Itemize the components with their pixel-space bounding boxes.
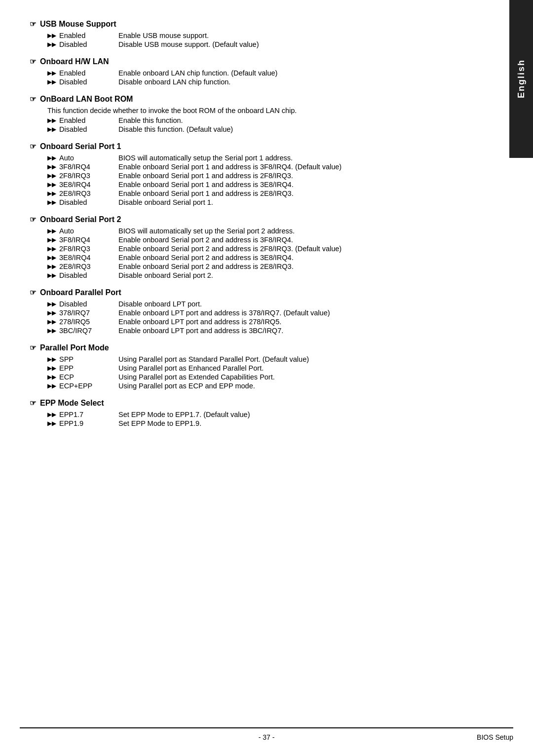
bullet-icon: ▶▶ — [47, 318, 57, 325]
item-value: Enable onboard Serial port 2 and address… — [118, 245, 474, 253]
bullet-icon: ▶▶ — [47, 227, 57, 234]
item-value: Using Parallel port as Enhanced Parallel… — [118, 364, 474, 372]
item-list: ▶▶EnabledEnable onboard LAN chip functio… — [47, 69, 474, 86]
item-key: SPP — [59, 355, 118, 363]
item-key: 378/IRQ7 — [59, 309, 118, 317]
list-item: ▶▶DisabledDisable this function. (Defaul… — [47, 125, 474, 133]
item-value: Enable onboard Serial port 1 and address… — [118, 172, 474, 180]
item-key: Disabled — [59, 78, 118, 86]
side-tab: English — [509, 0, 533, 158]
item-list: ▶▶AutoBIOS will automatically set up the… — [47, 227, 474, 279]
list-item: ▶▶ECP+EPPUsing Parallel port as ECP and … — [47, 382, 474, 390]
item-value: Enable onboard LPT port and address is 2… — [118, 318, 474, 326]
item-list: ▶▶DisabledDisable onboard LPT port.▶▶378… — [47, 300, 474, 335]
item-key: 2F8/IRQ3 — [59, 172, 118, 180]
list-item: ▶▶3BC/IRQ7Enable onboard LPT port and ad… — [47, 327, 474, 335]
list-item: ▶▶SPPUsing Parallel port as Standard Par… — [47, 355, 474, 363]
section-title-onboard-serial-port-2: ☞Onboard Serial Port 2 — [30, 215, 474, 224]
section-title-text: OnBoard LAN Boot ROM — [40, 95, 133, 104]
item-value: Using Parallel port as ECP and EPP mode. — [118, 382, 474, 390]
list-item: ▶▶2F8/IRQ3Enable onboard Serial port 2 a… — [47, 245, 474, 253]
bullet-icon: ▶▶ — [47, 181, 57, 188]
item-value: Using Parallel port as Standard Parallel… — [118, 355, 474, 363]
bullet-icon: ▶▶ — [47, 236, 57, 243]
item-key: Disabled — [59, 40, 118, 48]
item-key: 2E8/IRQ3 — [59, 263, 118, 270]
content-area: ☞USB Mouse Support▶▶EnabledEnable USB mo… — [30, 20, 474, 427]
list-item: ▶▶3F8/IRQ4Enable onboard Serial port 2 a… — [47, 236, 474, 244]
list-item: ▶▶EnabledEnable USB mouse support. — [47, 32, 474, 39]
item-key: 3E8/IRQ4 — [59, 181, 118, 189]
footer-right-label: BIOS Setup — [477, 733, 513, 741]
list-item: ▶▶3E8/IRQ4Enable onboard Serial port 2 a… — [47, 254, 474, 262]
list-item: ▶▶2F8/IRQ3Enable onboard Serial port 1 a… — [47, 172, 474, 180]
section-onboard-lan-boot-rom: ☞OnBoard LAN Boot ROMThis function decid… — [30, 95, 474, 133]
item-value: Enable onboard Serial port 1 and address… — [118, 163, 474, 171]
section-title-text: Onboard Serial Port 1 — [40, 142, 121, 151]
list-item: ▶▶EnabledEnable this function. — [47, 116, 474, 124]
bullet-icon: ▶▶ — [47, 327, 57, 334]
item-key: Disabled — [59, 271, 118, 279]
section-epp-mode-select: ☞EPP Mode Select▶▶EPP1.7Set EPP Mode to … — [30, 399, 474, 427]
section-title-parallel-port-mode: ☞Parallel Port Mode — [30, 343, 474, 352]
item-value: BIOS will automatically setup the Serial… — [118, 154, 474, 162]
section-parallel-port-mode: ☞Parallel Port Mode▶▶SPPUsing Parallel p… — [30, 343, 474, 390]
item-key: ECP — [59, 373, 118, 381]
item-value: Enable this function. — [118, 116, 474, 124]
list-item: ▶▶DisabledDisable onboard Serial port 2. — [47, 271, 474, 279]
list-item: ▶▶ECPUsing Parallel port as Extended Cap… — [47, 373, 474, 381]
bullet-icon: ▶▶ — [47, 254, 57, 261]
page-number: - 37 - — [259, 733, 275, 741]
section-symbol-icon: ☞ — [30, 288, 36, 297]
section-title-onboard-serial-port-1: ☞Onboard Serial Port 1 — [30, 142, 474, 151]
item-value: Enable onboard Serial port 2 and address… — [118, 236, 474, 244]
item-key: 3F8/IRQ4 — [59, 236, 118, 244]
list-item: ▶▶EPP1.7Set EPP Mode to EPP1.7. (Default… — [47, 411, 474, 418]
bullet-icon: ▶▶ — [47, 32, 57, 39]
item-key: Disabled — [59, 300, 118, 308]
list-item: ▶▶DisabledDisable onboard LPT port. — [47, 300, 474, 308]
bullet-icon: ▶▶ — [47, 411, 57, 418]
item-value: Enable onboard Serial port 2 and address… — [118, 263, 474, 270]
item-value: Using Parallel port as Extended Capabili… — [118, 373, 474, 381]
bullet-icon: ▶▶ — [47, 356, 57, 363]
item-value: Enable onboard Serial port 1 and address… — [118, 181, 474, 189]
list-item: ▶▶DisabledDisable onboard Serial port 1. — [47, 198, 474, 206]
list-item: ▶▶EPP1.9Set EPP Mode to EPP1.9. — [47, 419, 474, 427]
bullet-icon: ▶▶ — [47, 41, 57, 48]
item-key: EPP1.7 — [59, 411, 118, 418]
item-value: Disable onboard Serial port 1. — [118, 198, 474, 206]
bullet-icon: ▶▶ — [47, 172, 57, 179]
item-key: 2F8/IRQ3 — [59, 245, 118, 253]
list-item: ▶▶EnabledEnable onboard LAN chip functio… — [47, 69, 474, 77]
list-item: ▶▶DisabledDisable onboard LAN chip funct… — [47, 78, 474, 86]
item-value: Enable onboard LPT port and address is 3… — [118, 309, 474, 317]
section-symbol-icon: ☞ — [30, 399, 36, 408]
section-symbol-icon: ☞ — [30, 57, 36, 66]
section-onboard-serial-port-1: ☞Onboard Serial Port 1▶▶AutoBIOS will au… — [30, 142, 474, 206]
side-tab-label: English — [516, 59, 527, 98]
list-item: ▶▶DisabledDisable USB mouse support. (De… — [47, 40, 474, 48]
bullet-icon: ▶▶ — [47, 199, 57, 206]
bullet-icon: ▶▶ — [47, 263, 57, 270]
item-value: Enable onboard Serial port 1 and address… — [118, 189, 474, 197]
item-value: Disable onboard LPT port. — [118, 300, 474, 308]
item-key: Auto — [59, 154, 118, 162]
bullet-icon: ▶▶ — [47, 245, 57, 252]
item-key: Disabled — [59, 125, 118, 133]
section-desc: This function decide whether to invoke t… — [47, 107, 474, 114]
section-symbol-icon: ☞ — [30, 215, 36, 224]
bullet-icon: ▶▶ — [47, 382, 57, 389]
bullet-icon: ▶▶ — [47, 126, 57, 133]
bullet-icon: ▶▶ — [47, 70, 57, 76]
section-symbol-icon: ☞ — [30, 95, 36, 104]
bullet-icon: ▶▶ — [47, 163, 57, 170]
bullet-icon: ▶▶ — [47, 420, 57, 427]
bullet-icon: ▶▶ — [47, 78, 57, 85]
section-title-text: Parallel Port Mode — [40, 343, 109, 352]
section-title-text: Onboard H/W LAN — [40, 57, 109, 66]
section-title-text: Onboard Serial Port 2 — [40, 215, 121, 224]
item-list: ▶▶SPPUsing Parallel port as Standard Par… — [47, 355, 474, 390]
item-value: Disable this function. (Default value) — [118, 125, 474, 133]
item-key: Enabled — [59, 69, 118, 77]
